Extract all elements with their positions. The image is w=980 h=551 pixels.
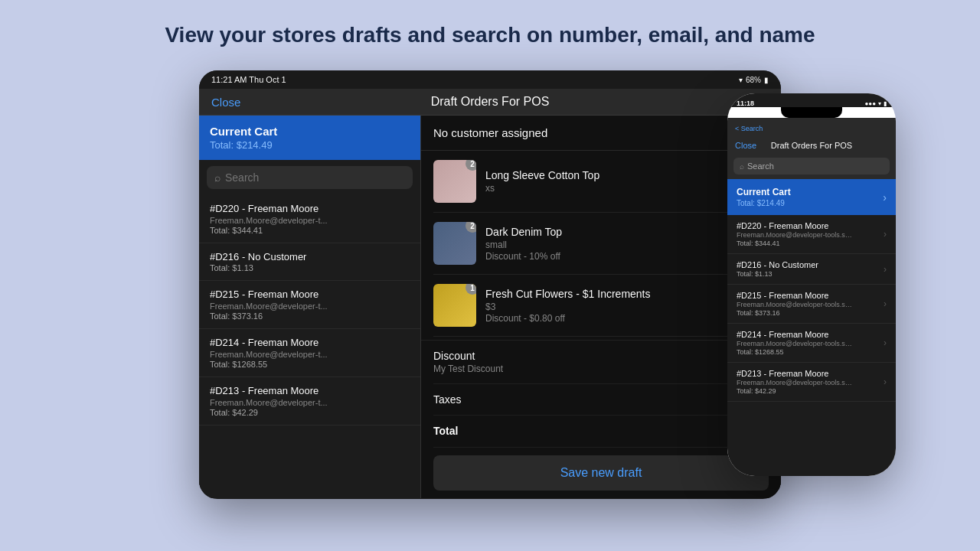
item-name: Long Sleeve Cotton Top bbox=[485, 169, 727, 181]
item-badge: 2 bbox=[466, 160, 476, 171]
tablet-time: 11:21 AM Thu Oct 1 bbox=[211, 75, 286, 84]
current-cart-total: Total: $214.49 bbox=[210, 139, 410, 151]
phone-draft-total: Total: $1268.55 bbox=[737, 348, 855, 356]
phone-draft-id: #D215 - Freeman Moore bbox=[737, 291, 855, 300]
tablet-draft-item[interactable]: #D213 - Freeman Moore Freeman.Moore@deve… bbox=[199, 377, 420, 425]
phone-header: Close Draft Orders For POS bbox=[727, 136, 896, 155]
tablet-status-bar: 11:21 AM Thu Oct 1 ▾ 68% ▮ bbox=[199, 70, 781, 89]
draft-id: #D216 - No Customer bbox=[210, 251, 410, 262]
phone-signal-icon: ●●● bbox=[865, 100, 877, 107]
phone-search-text: Search bbox=[747, 161, 774, 171]
phone-draft-item[interactable]: #D213 - Freeman Moore Freeman.Moore@deve… bbox=[727, 363, 896, 402]
phone-draft-item[interactable]: #D216 - No Customer Total: $1.13 › bbox=[727, 254, 896, 285]
phone-draft-id: #D220 - Freeman Moore bbox=[737, 221, 855, 230]
phone-draft-total: Total: $373.16 bbox=[737, 309, 855, 317]
chevron-right-icon: › bbox=[884, 337, 887, 348]
taxes-label: Taxes bbox=[433, 393, 462, 406]
taxes-row: Taxes $24.68 bbox=[433, 384, 769, 416]
phone-body: Current Cart Total: $214.49 › #D220 - Fr… bbox=[727, 179, 896, 476]
phone-draft-email: Freeman.Moore@developer-tools.shopifya..… bbox=[737, 379, 855, 386]
total-label: Total bbox=[433, 425, 458, 438]
item-details: Dark Denim Top small Discount - 10% off bbox=[485, 226, 727, 262]
order-item: 2 Long Sleeve Cotton Top xs 140.00 bbox=[433, 151, 769, 213]
battery-bar: ▮ bbox=[764, 76, 769, 84]
phone-title: Draft Orders For POS bbox=[771, 141, 852, 150]
phone-status-icons: ●●● ▾ ▮ bbox=[865, 100, 887, 107]
draft-id: #D220 - Freeman Moore bbox=[210, 203, 410, 214]
phone-draft-id: #D213 - Freeman Moore bbox=[737, 369, 855, 378]
phone-time: 11:18 bbox=[737, 99, 754, 107]
discount-row: Discount My Test Discount -$9.99 bbox=[433, 341, 769, 384]
chevron-right-icon: › bbox=[884, 377, 887, 387]
phone-draft-list: #D220 - Freeman Moore Freeman.Moore@deve… bbox=[727, 215, 896, 402]
search-input[interactable] bbox=[225, 171, 405, 184]
tablet-draft-item[interactable]: #D214 - Freeman Moore Freeman.Moore@deve… bbox=[199, 329, 420, 377]
phone-draft-total: Total: $1.13 bbox=[737, 270, 818, 278]
save-draft-button[interactable]: Save new draft bbox=[433, 455, 769, 491]
tablet-title: Draft Orders For POS bbox=[431, 95, 550, 109]
tablet-body: Current Cart Total: $214.49 ⌕ #D220 - Fr… bbox=[199, 116, 781, 498]
tablet-draft-list: #D220 - Freeman Moore Freeman.Moore@deve… bbox=[199, 195, 420, 425]
draft-total: Total: $1.13 bbox=[210, 263, 410, 272]
phone-draft-total: Total: $344.41 bbox=[737, 240, 855, 247]
phone-cart-title: Current Cart bbox=[737, 187, 791, 197]
item-badge: 1 bbox=[466, 284, 476, 295]
item-discount: Discount - $0.80 off bbox=[485, 313, 733, 324]
order-item: 2 Dark Denim Top small Discount - 10% of… bbox=[433, 213, 769, 275]
phone-draft-item[interactable]: #D214 - Freeman Moore Freeman.Moore@deve… bbox=[727, 324, 896, 363]
chevron-right-icon: › bbox=[884, 229, 887, 240]
draft-id: #D215 - Freeman Moore bbox=[210, 289, 410, 300]
tablet-draft-item[interactable]: #D215 - Freeman Moore Freeman.Moore@deve… bbox=[199, 281, 420, 329]
phone-draft-item[interactable]: #D220 - Freeman Moore Freeman.Moore@deve… bbox=[727, 215, 896, 254]
draft-email: Freeman.Moore@developer-t... bbox=[210, 216, 410, 225]
phone-draft-id: #D216 - No Customer bbox=[737, 260, 818, 269]
phone-draft-total: Total: $42.29 bbox=[737, 387, 855, 395]
draft-email: Freeman.Moore@developer-t... bbox=[210, 302, 410, 311]
phone-notch-area: 11:18 ●●● ▾ ▮ bbox=[727, 93, 896, 107]
current-cart-title: Current Cart bbox=[210, 125, 410, 138]
phone-close-button[interactable]: Close bbox=[735, 141, 756, 150]
phone-notch bbox=[781, 107, 842, 118]
phone-battery-icon: ▮ bbox=[884, 100, 887, 107]
phone-search-box[interactable]: ⌕ Search bbox=[733, 158, 890, 174]
wifi-icon: ▾ bbox=[739, 76, 743, 84]
item-image: 2 bbox=[433, 222, 476, 265]
chevron-right-icon: › bbox=[884, 298, 887, 309]
page-heading: View your stores drafts and search on nu… bbox=[0, 0, 980, 63]
draft-total: Total: $1268.55 bbox=[210, 360, 410, 369]
current-cart-item[interactable]: Current Cart Total: $214.49 bbox=[199, 116, 420, 160]
phone-cart-total: Total: $214.49 bbox=[737, 199, 791, 207]
item-details: Long Sleeve Cotton Top xs bbox=[485, 169, 727, 194]
item-badge: 2 bbox=[466, 222, 476, 233]
item-name: Fresh Cut Flowers - $1 Increments bbox=[485, 288, 733, 300]
phone-current-cart[interactable]: Current Cart Total: $214.49 › bbox=[727, 179, 896, 215]
draft-id: #D213 - Freeman Moore bbox=[210, 385, 410, 396]
tablet-device: 11:21 AM Thu Oct 1 ▾ 68% ▮ Close Draft O… bbox=[199, 70, 781, 499]
tablet-draft-item[interactable]: #D220 - Freeman Moore Freeman.Moore@deve… bbox=[199, 195, 420, 243]
tablet-close-button[interactable]: Close bbox=[211, 96, 240, 109]
chevron-right-icon: › bbox=[883, 191, 887, 204]
item-variant: small bbox=[485, 240, 727, 250]
draft-total: Total: $373.16 bbox=[210, 311, 410, 321]
item-details: Fresh Cut Flowers - $1 Increments $3 Dis… bbox=[485, 288, 733, 324]
phone-back-search[interactable]: < Search bbox=[735, 125, 763, 132]
battery-icon: 68% bbox=[746, 76, 761, 84]
tablet-draft-item[interactable]: #D216 - No Customer Total: $1.13 bbox=[199, 243, 420, 281]
order-item: 1 Fresh Cut Flowers - $1 Increments $3 D… bbox=[433, 275, 769, 337]
phone-search-icon: ⌕ bbox=[740, 162, 744, 171]
tablet-sidebar: Current Cart Total: $214.49 ⌕ #D220 - Fr… bbox=[199, 116, 421, 498]
phone-draft-email: Freeman.Moore@developer-tools.shopifya..… bbox=[737, 231, 855, 239]
tablet-search-box[interactable]: ⌕ bbox=[207, 166, 413, 189]
discount-sublabel: My Test Discount bbox=[433, 364, 503, 374]
total-row: Total $214.49 bbox=[433, 416, 769, 448]
phone-search-area: ⌕ Search bbox=[727, 155, 896, 179]
phone-draft-item[interactable]: #D215 - Freeman Moore Freeman.Moore@deve… bbox=[727, 285, 896, 324]
phone-draft-email: Freeman.Moore@developer-tools.shopifya..… bbox=[737, 301, 855, 308]
search-icon: ⌕ bbox=[214, 171, 220, 184]
discount-label: Discount bbox=[433, 350, 503, 362]
draft-id: #D214 - Freeman Moore bbox=[210, 337, 410, 348]
tablet-header: Close Draft Orders For POS bbox=[199, 89, 781, 116]
tablet-search-container: ⌕ bbox=[199, 160, 420, 195]
draft-email: Freeman.Moore@developer-t... bbox=[210, 350, 410, 359]
devices-container: 11:21 AM Thu Oct 1 ▾ 68% ▮ Close Draft O… bbox=[0, 63, 980, 499]
